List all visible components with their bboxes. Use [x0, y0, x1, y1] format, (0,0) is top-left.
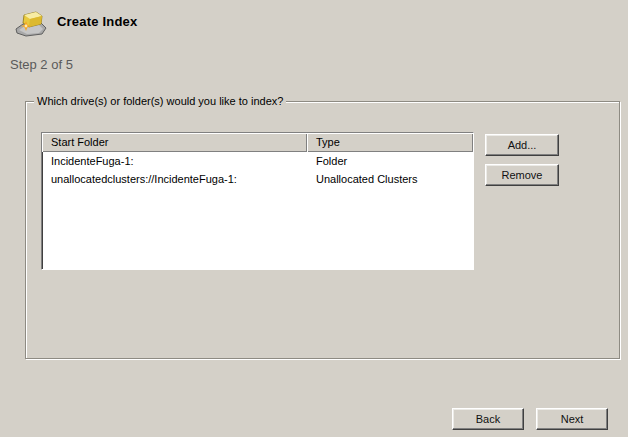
index-sources-groupbox: Which drive(s) or folder(s) would you li… [25, 101, 620, 359]
cell-type: Folder [307, 152, 473, 170]
cell-start-folder: unallocatedclusters://IncidenteFuga-1: [42, 170, 307, 188]
next-button[interactable]: Next [536, 408, 608, 430]
column-header-type[interactable]: Type [307, 133, 473, 152]
remove-button[interactable]: Remove [485, 164, 559, 186]
create-index-wizard-window: Create Index Step 2 of 5 Which drive(s) … [0, 0, 628, 437]
step-indicator: Step 2 of 5 [10, 57, 73, 72]
page-title: Create Index [57, 14, 137, 29]
sources-listview: Start Folder Type IncidenteFuga-1: Folde… [41, 132, 474, 270]
column-header-start-folder[interactable]: Start Folder [42, 133, 307, 152]
listview-header: Start Folder Type [42, 133, 473, 152]
cell-start-folder: IncidenteFuga-1: [42, 152, 307, 170]
cell-type: Unallocated Clusters [307, 170, 473, 188]
create-index-gem-icon [14, 7, 48, 38]
back-button[interactable]: Back [452, 408, 524, 430]
table-row[interactable]: unallocatedclusters://IncidenteFuga-1: U… [42, 170, 473, 188]
groupbox-label: Which drive(s) or folder(s) would you li… [34, 95, 286, 108]
table-row[interactable]: IncidenteFuga-1: Folder [42, 152, 473, 170]
add-button[interactable]: Add... [485, 134, 559, 156]
